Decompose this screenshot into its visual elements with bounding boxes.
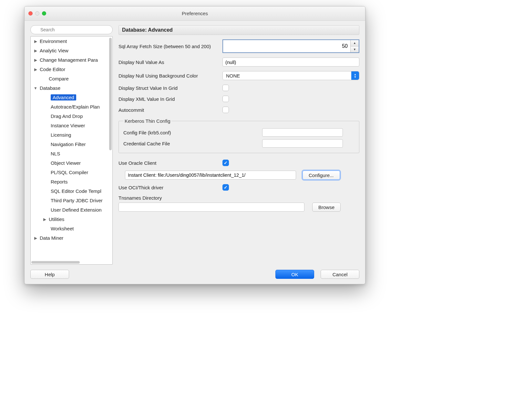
tree-vertical-scrollbar[interactable] [109,38,112,150]
configure-button[interactable]: Configure... [303,171,340,180]
krb-credential-cache-input[interactable] [262,139,343,148]
window-title: Preferences [25,11,365,16]
display-xml-checkbox[interactable] [222,96,229,102]
display-null-bg-select[interactable]: NONE ▲▼ [222,71,359,80]
tree-item-third-party-jdbc[interactable]: Third Party JDBC Driver [31,196,112,205]
label-null-bg: Display Null Using Background Color [118,73,222,79]
tree-item-database[interactable]: ▼Database [31,83,112,93]
sql-array-fetch-size-spinner[interactable]: ▲ ▼ [222,39,359,53]
dialog-footer: Help OK Cancel [30,270,359,279]
tree-item-worksheet[interactable]: Worksheet [31,224,112,233]
stepper-down-icon[interactable]: ▼ [351,47,359,53]
panel-heading: Database: Advanced [118,25,359,35]
tree-item-reports[interactable]: Reports [31,177,112,186]
tree-item-utilities[interactable]: ▶Utilities [31,215,112,224]
tree-item-licensing[interactable]: Licensing [31,130,112,140]
tree-item-change-management[interactable]: ▶Change Management Para [31,55,112,65]
autocommit-checkbox[interactable] [222,107,229,113]
category-tree: ▶Environment ▶Analytic View ▶Change Mana… [30,36,113,265]
chevron-right-icon: ▶ [42,217,47,222]
chevron-right-icon: ▶ [33,39,38,44]
tree-item-compare[interactable]: ▶Compare [31,74,112,83]
chevron-right-icon: ▶ [33,58,38,62]
kerberos-legend: Kerberos Thin Config [123,118,171,124]
help-button[interactable]: Help [30,270,69,279]
label-tnsnames-dir: Tnsnames Directory [118,195,359,201]
label-struct-grid: Display Struct Value In Grid [118,85,222,91]
tree-item-drag-drop[interactable]: Drag And Drop [31,111,112,121]
cancel-button[interactable]: Cancel [321,270,359,279]
use-oracle-client-checkbox[interactable]: ✓ [222,160,229,166]
chevron-right-icon: ▶ [33,48,38,53]
tree-item-instance-viewer[interactable]: Instance Viewer [31,121,112,130]
settings-panel: Database: Advanced Sql Array Fetch Size … [118,25,359,265]
label-use-oracle-client: Use Oracle Client [118,160,222,166]
chevron-down-icon: ▼ [33,86,38,90]
tree-item-plsql-compiler[interactable]: PL/SQL Compiler [31,168,112,177]
select-value: NONE [226,73,240,79]
label-krb-config: Config File (krb5.conf) [123,130,262,135]
krb-config-file-input[interactable] [262,128,343,137]
display-null-value-input[interactable] [222,58,359,67]
sidebar: ▶Environment ▶Analytic View ▶Change Mana… [30,25,113,265]
tree-item-nls[interactable]: NLS [31,149,112,158]
label-krb-cache: Credential Cache File [123,141,262,146]
search-field-wrap [30,25,113,34]
use-oci-checkbox[interactable]: ✓ [222,184,229,191]
tree-item-user-defined-ext[interactable]: User Defined Extension [31,205,112,215]
display-struct-checkbox[interactable] [222,85,229,91]
tree-horizontal-scrollbar[interactable] [31,261,80,264]
ok-button[interactable]: OK [275,270,314,279]
select-stepper-icon: ▲▼ [351,71,359,80]
tree-item-advanced[interactable]: Advanced [31,93,112,102]
chevron-right-icon: ▶ [33,67,38,72]
fetch-size-input[interactable] [223,40,350,52]
tree-item-environment[interactable]: ▶Environment [31,37,112,46]
oracle-client-path-input[interactable] [125,171,296,180]
tree-item-autotrace[interactable]: Autotrace/Explain Plan [31,102,112,111]
label-fetch-size: Sql Array Fetch Size (between 50 and 200… [118,44,222,49]
tnsnames-directory-input[interactable] [118,203,304,212]
chevron-right-icon: ▶ [33,236,38,240]
tree-item-object-viewer[interactable]: Object Viewer [31,158,112,168]
tree-item-sql-editor-templates[interactable]: SQL Editor Code Templ [31,186,112,196]
browse-button[interactable]: Browse [312,203,341,212]
label-xml-grid: Display XML Value In Grid [118,96,222,102]
preferences-window: Preferences ▶Environment ▶Analytic View … [24,6,365,284]
label-null-value: Display Null Value As [118,59,222,65]
tree-item-code-editor[interactable]: ▶Code Editor [31,65,112,74]
tree-item-analytic-view[interactable]: ▶Analytic View [31,46,112,55]
titlebar: Preferences [25,6,365,21]
kerberos-group: Kerberos Thin Config Config File (krb5.c… [118,118,359,153]
tree-item-navigation-filter[interactable]: Navigation Filter [31,140,112,149]
label-use-oci: Use OCI/Thick driver [118,185,222,190]
search-input[interactable] [30,25,113,34]
tree-item-data-miner[interactable]: ▶Data Miner [31,233,112,243]
label-autocommit: Autocommit [118,107,222,113]
stepper-up-icon[interactable]: ▲ [351,40,359,47]
